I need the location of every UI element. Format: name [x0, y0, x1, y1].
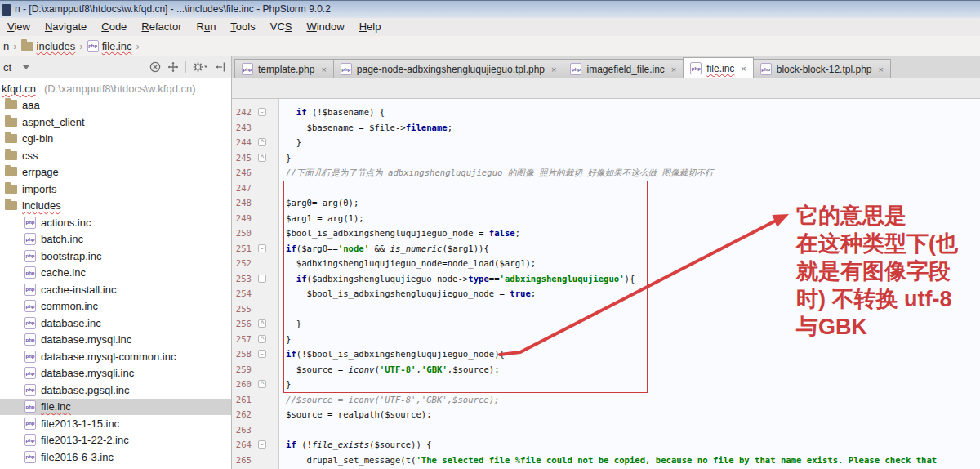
annotation-text: 它的意思是在这种类型下(也就是有图像字段时) 不转换 utf-8与GBK [796, 202, 980, 341]
tree-item-cgi-bin[interactable]: cgi-bin [0, 131, 231, 148]
tree-item-actions.inc[interactable]: phpactions.inc [0, 214, 231, 231]
close-icon[interactable]: × [551, 65, 556, 74]
line-number: 242 [232, 107, 252, 117]
php-file-icon: php [24, 400, 36, 413]
tree-item-label: kfqd.cn [2, 83, 36, 95]
menu-item-navigate[interactable]: Navigate [38, 19, 94, 35]
tree-item-imports[interactable]: imports [0, 181, 231, 198]
code-line-243: $basename = $file->filename; [286, 120, 937, 136]
fold-marker[interactable]: ^ [258, 335, 266, 343]
tree-item-file2016-6-3.inc[interactable]: phpfile2016-6-3.inc [0, 449, 231, 466]
code-line-265: drupal_set_message(t('The selected file … [286, 453, 937, 468]
tree-item-database.inc[interactable]: phpdatabase.inc [0, 315, 231, 332]
php-file-icon: php [24, 266, 36, 279]
tree-item-label: cache.inc [41, 266, 86, 279]
hide-panel-icon[interactable] [215, 61, 226, 73]
tree-item-label: aaa [22, 99, 40, 111]
breadcrumb-item-n[interactable]: n [3, 40, 9, 52]
tree-item-aaa[interactable]: aaa [0, 97, 231, 114]
tab-template.php[interactable]: phptemplate.php× [234, 59, 334, 78]
menu-item-view[interactable]: View [0, 19, 38, 35]
code-line-263 [286, 422, 937, 438]
fold-marker[interactable]: ^ [258, 138, 266, 146]
tree-item-file2013-1-22-2.inc[interactable]: phpfile2013-1-22-2.inc [0, 432, 231, 449]
tree-item-label: database.mysql.inc [41, 333, 131, 346]
toolbar-separator [185, 61, 186, 73]
tree-item-kfqd.cn[interactable]: kfqd.cn(D:\xampputf8\htdocs\w.kfqd.cn) [0, 80, 231, 97]
fold-marker[interactable]: - [258, 350, 266, 358]
tab-imagefield_file.inc[interactable]: phpimagefield_file.inc× [563, 59, 684, 78]
php-file-icon: php [760, 63, 772, 75]
php-file-icon: php [24, 284, 36, 296]
tree-item-css[interactable]: css [0, 147, 231, 164]
tab-file.inc[interactable]: phpfile.inc× [683, 57, 753, 78]
tree-item-cache.inc[interactable]: phpcache.inc [0, 265, 231, 282]
tree-item-label: actions.inc [41, 217, 91, 229]
tree-item-database.mysqli.inc[interactable]: phpdatabase.mysqli.inc [0, 365, 231, 382]
php-file-icon: php [24, 250, 36, 262]
chevron-down-icon[interactable] [23, 65, 29, 69]
line-number: 261 [232, 395, 252, 404]
collapse-all-icon[interactable] [149, 61, 161, 73]
tree-item-includes[interactable]: includes [0, 198, 231, 215]
tree-item-label: imports [22, 183, 57, 195]
tree-item-file2013-1-15.inc[interactable]: phpfile2013-1-15.inc [0, 415, 231, 432]
gutter-row: 256^ [232, 316, 278, 332]
tree-item-label: errpage [22, 166, 59, 178]
close-icon[interactable]: × [671, 65, 676, 74]
fold-marker[interactable]: ^ [258, 380, 266, 388]
tab-label: page-node-adbxingshengluqujieguo.tpl.php [357, 64, 545, 75]
fold-marker[interactable]: - [258, 108, 266, 116]
breadcrumb-item-file.inc[interactable]: phpfile.inc [87, 40, 132, 52]
tab-block-block-12.tpl.php[interactable]: phpblock-block-12.tpl.php× [753, 59, 891, 78]
tree-item-cache-install.inc[interactable]: phpcache-install.inc [0, 281, 231, 298]
code-line-258: if(!$bool_is_adbxingshengluqujieguo_node… [286, 346, 937, 362]
menu-item-vcs[interactable]: VCS [263, 19, 300, 35]
tree-item-label: database.mysql-common.inc [41, 351, 176, 363]
php-file-icon: php [24, 351, 36, 363]
tree-item-database.mysql.inc[interactable]: phpdatabase.mysql.inc [0, 332, 231, 349]
tree-item-database.mysql-common.inc[interactable]: phpdatabase.mysql-common.inc [0, 348, 231, 365]
gutter-row: 262 [232, 407, 278, 422]
settings-gear-icon[interactable] [193, 61, 208, 73]
close-icon[interactable]: × [741, 64, 746, 74]
menu-item-run[interactable]: Run [189, 19, 224, 35]
menu-item-help[interactable]: Help [352, 19, 389, 35]
locate-icon[interactable] [167, 61, 179, 73]
project-dropdown[interactable]: ct [3, 61, 11, 74]
chevron-right-icon: › [136, 40, 139, 52]
tree-item-label: aspnet_client [22, 116, 85, 128]
php-file-icon: php [24, 233, 36, 245]
tab-page-node-adbxingshengluqujieguo.tpl.php[interactable]: phppage-node-adbxingshengluqujieguo.tpl.… [333, 59, 564, 78]
fold-marker[interactable]: - [258, 440, 266, 449]
php-file-icon: php [341, 63, 352, 75]
menu-item-window[interactable]: Window [299, 19, 351, 35]
menu-item-code[interactable]: Code [94, 19, 134, 35]
code-line-245: } [286, 150, 937, 166]
tree-item-database.pgsql.inc[interactable]: phpdatabase.pgsql.inc [0, 382, 231, 399]
tree-item-common.inc[interactable]: phpcommon.inc [0, 298, 231, 315]
tree-item-aspnet_client[interactable]: aspnet_client [0, 114, 231, 131]
fold-marker[interactable]: ^ [258, 154, 266, 162]
fold-marker[interactable]: ^ [258, 319, 266, 328]
menu-item-tools[interactable]: Tools [223, 19, 262, 35]
close-icon[interactable]: × [321, 65, 326, 74]
line-number: 249 [232, 213, 252, 223]
close-icon[interactable]: × [878, 65, 883, 74]
breadcrumb-item-includes[interactable]: includes [21, 40, 76, 52]
menu-item-refactor[interactable]: Refactor [134, 19, 189, 35]
gutter-row: 251- [232, 241, 278, 257]
fold-marker[interactable]: - [258, 275, 266, 283]
fold-marker[interactable]: - [258, 244, 266, 252]
line-number: 254 [232, 288, 252, 298]
project-tree[interactable]: kfqd.cn(D:\xampputf8\htdocs\w.kfqd.cn)aa… [0, 78, 231, 469]
tree-item-bootstrap.inc[interactable]: phpbootstrap.inc [0, 248, 231, 265]
line-number: 246 [232, 168, 252, 177]
php-file-icon: php [24, 333, 36, 346]
tree-item-errpage[interactable]: errpage [0, 164, 231, 181]
tree-item-batch.inc[interactable]: phpbatch.inc [0, 231, 231, 248]
line-number: 256 [232, 319, 252, 328]
line-number: 264 [232, 440, 252, 449]
annotation-line: 就是有图像字段 [796, 257, 980, 285]
tree-item-file.inc[interactable]: phpfile.inc [0, 399, 231, 416]
